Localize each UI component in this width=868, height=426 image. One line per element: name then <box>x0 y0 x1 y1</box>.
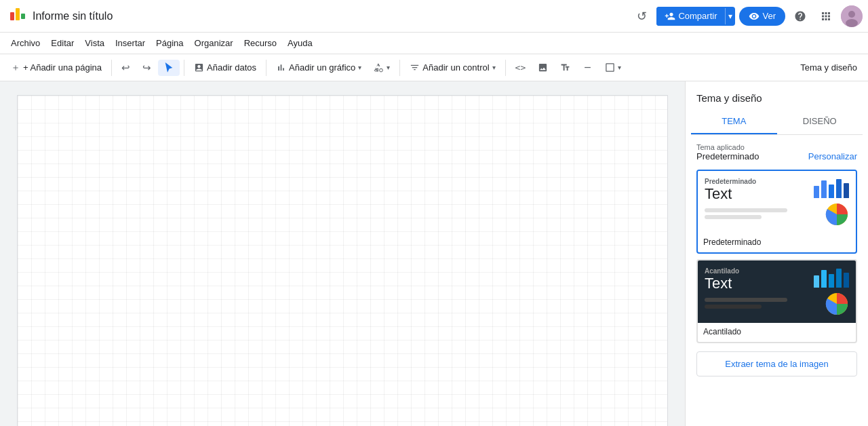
panel-content: Tema aplicado Predeterminado Personaliza… <box>686 135 868 395</box>
share-group: Compartir ▾ <box>656 7 735 26</box>
applied-theme-info: Tema aplicado Predeterminado <box>696 143 760 161</box>
text-button[interactable] <box>555 60 576 75</box>
mini-bar-1e <box>844 183 849 198</box>
menu-recurso[interactable]: Recurso <box>239 35 282 51</box>
app-logo <box>8 7 27 26</box>
theme-bar-2b <box>705 305 762 309</box>
chart-icon <box>276 62 286 73</box>
mini-bar-1c <box>829 185 834 198</box>
svg-rect-1 <box>16 8 20 20</box>
add-data-button[interactable]: Añadir datos <box>189 60 262 75</box>
menu-editar[interactable]: Editar <box>45 35 79 51</box>
apps-button[interactable] <box>815 5 837 27</box>
app-title: Informe sin título <box>33 10 113 22</box>
help-button[interactable] <box>789 5 811 27</box>
mini-bar-1a <box>814 186 819 198</box>
share-dropdown-button[interactable]: ▾ <box>726 7 735 25</box>
svg-point-5 <box>846 19 858 27</box>
tab-diseno[interactable]: DISEÑO <box>777 109 863 134</box>
apps-icon <box>820 10 832 22</box>
theme-card-acantilado[interactable]: Acantilado Text <box>696 259 857 343</box>
redo-button[interactable]: ↪ <box>137 59 157 77</box>
toolbar-divider-3 <box>266 60 267 76</box>
theme-card-inner-1: Predeterminado Text <box>698 171 856 233</box>
applied-label: Tema aplicado <box>696 143 760 151</box>
svg-rect-2 <box>21 14 25 19</box>
theme-bar-1 <box>705 208 787 212</box>
add-control-button[interactable]: Añadir un control ▾ <box>404 60 500 75</box>
theme-card-predeterminado[interactable]: Predeterminado Text <box>696 170 857 254</box>
refresh-button[interactable]: ↺ <box>631 5 652 27</box>
add-data-label: Añadir datos <box>207 62 256 73</box>
select-icon <box>163 62 174 73</box>
image-button[interactable] <box>532 60 553 75</box>
mini-pie-chart-2 <box>825 292 849 316</box>
mini-bar-2b <box>821 270 827 288</box>
add-chart-button[interactable]: Añadir un gráfico ▾ <box>271 60 367 75</box>
mini-bar-2c <box>829 274 834 288</box>
menu-ayuda[interactable]: Ayuda <box>282 35 318 51</box>
chart-dropdown-arrow: ▾ <box>358 64 361 71</box>
add-page-icon: ＋ <box>11 62 20 74</box>
toolbar-right-label: Tema y diseño <box>795 60 863 75</box>
theme-bar2-1 <box>705 215 762 219</box>
undo-icon: ↩ <box>121 62 130 74</box>
ver-button[interactable]: Ver <box>739 7 785 26</box>
theme-text-area-2: Acantilado Text <box>705 267 808 309</box>
data-icon <box>194 62 204 73</box>
shapes-button[interactable]: ▾ <box>368 60 395 75</box>
add-page-label: + Añadir una página <box>23 62 102 73</box>
toolbar-divider-2 <box>184 60 184 76</box>
canvas-area[interactable] <box>0 81 685 426</box>
avatar[interactable] <box>841 5 863 27</box>
theme-bar-2a <box>705 298 787 302</box>
mini-bar-2a <box>814 275 819 288</box>
applied-name: Predeterminado <box>696 151 760 161</box>
mini-bar-2d <box>836 269 842 288</box>
mini-pie-chart-1 <box>825 202 849 227</box>
svg-rect-0 <box>10 12 14 20</box>
line-button[interactable] <box>577 60 598 75</box>
tab-tema[interactable]: TEMA <box>691 109 777 134</box>
help-icon <box>794 10 806 22</box>
menu-organizar[interactable]: Organizar <box>189 35 239 51</box>
toolbar-divider-4 <box>399 60 400 76</box>
menu-vista[interactable]: Vista <box>79 35 110 51</box>
menu-archivo[interactable]: Archivo <box>5 35 45 51</box>
theme-charts-2 <box>814 267 849 316</box>
personalizar-button[interactable]: Personalizar <box>808 151 857 161</box>
ver-label: Ver <box>762 11 776 21</box>
theme-label-small-2: Acantilado <box>705 267 808 275</box>
theme-name-label-2: Acantilado <box>698 323 856 342</box>
select-button[interactable] <box>158 60 180 76</box>
undo-button[interactable]: ↩ <box>116 59 136 77</box>
mini-bar-1b <box>821 180 827 198</box>
theme-big-text-2: Text <box>705 275 808 292</box>
share-button[interactable]: Compartir <box>656 7 725 26</box>
shapes-icon <box>374 62 384 73</box>
side-panel-title: Tema y diseño <box>686 81 868 109</box>
menu-insertar[interactable]: Insertar <box>110 35 151 51</box>
extract-theme-button[interactable]: Extraer tema de la imagen <box>696 351 857 376</box>
theme-text-area-1: Predeterminado Text <box>705 178 808 219</box>
code-button[interactable]: <> <box>510 60 532 75</box>
menu-bar: Archivo Editar Vista Insertar Página Org… <box>0 33 868 54</box>
code-icon: <> <box>515 62 526 73</box>
control-dropdown-arrow: ▾ <box>492 64 496 71</box>
theme-name-label-1: Predeterminado <box>698 233 856 252</box>
line-icon <box>583 62 593 73</box>
redo-icon: ↪ <box>142 62 151 74</box>
mini-bar-2e <box>844 273 849 288</box>
theme-card-inner-2: Acantilado Text <box>698 260 856 323</box>
shapes2-button[interactable]: ▾ <box>599 60 627 75</box>
share-label: Compartir <box>678 11 717 21</box>
image-icon <box>538 62 548 73</box>
menu-pagina[interactable]: Página <box>151 35 189 51</box>
top-bar-left: Informe sin título <box>8 7 113 26</box>
control-icon <box>410 62 420 73</box>
toolbar: ＋ + Añadir una página ↩ ↪ Añadir datos A… <box>0 54 868 81</box>
main-content: Tema y diseño TEMA DISEÑO Tema aplicado … <box>0 81 868 426</box>
google-datastudio-logo <box>9 8 26 24</box>
top-bar-right: ↺ Compartir ▾ Ver <box>631 5 863 27</box>
add-page-button[interactable]: ＋ + Añadir una página <box>5 59 107 77</box>
